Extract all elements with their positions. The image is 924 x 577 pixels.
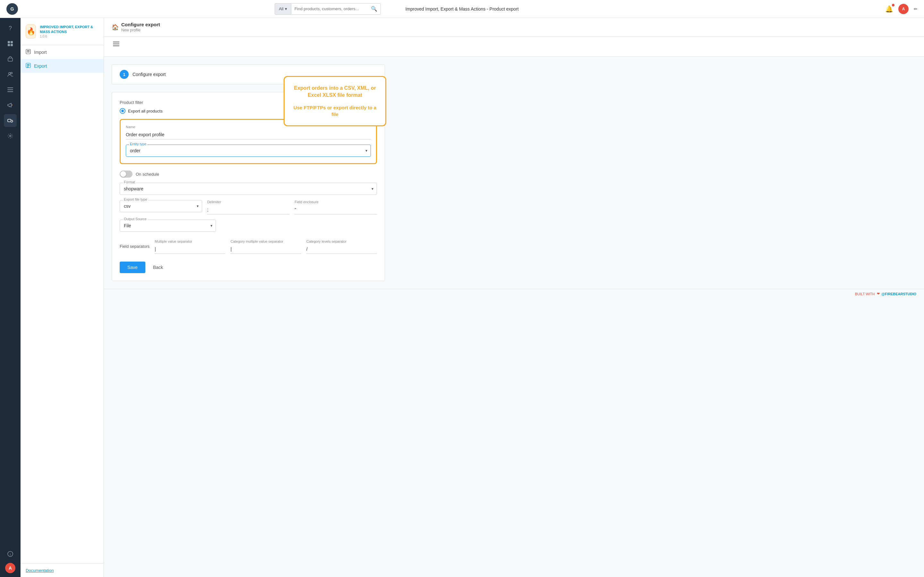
output-source-label: Output Source [123, 217, 148, 221]
breadcrumb-subtitle: New profile [121, 28, 160, 32]
step-circle: 1 [120, 70, 129, 79]
field-enclosure-input[interactable] [294, 205, 377, 214]
main-layout: ? [0, 18, 924, 577]
search-icon[interactable]: 🔍 [371, 6, 377, 12]
svg-rect-11 [7, 91, 13, 92]
hamburger-menu[interactable] [111, 40, 916, 47]
svg-rect-22 [27, 67, 29, 67]
entity-type-select[interactable]: order product customer invoice [126, 145, 371, 156]
svg-rect-21 [27, 65, 29, 66]
on-schedule-row: On schedule [120, 171, 377, 177]
nav-item-import[interactable]: Import [21, 45, 103, 59]
entity-type-select-wrapper: Entity type order product customer invoi… [126, 145, 371, 157]
edit-icon[interactable]: ✏ [914, 6, 918, 11]
export-file-type-select-box: csv xml xlsx ▾ [120, 200, 202, 212]
left-nav-panel: 🔥 IMPROVED IMPORT, EXPORT & MASS ACTIONS… [21, 18, 104, 577]
sidebar-item-grid[interactable] [4, 37, 17, 50]
documentation-link[interactable]: Documentation [26, 568, 53, 573]
svg-rect-2 [8, 41, 10, 43]
menu-bar [104, 37, 924, 57]
category-multiple-sep-input[interactable] [230, 245, 301, 254]
bag-icon [7, 56, 13, 62]
sidebar-item-megaphone[interactable] [4, 99, 17, 111]
category-levels-sep-field: Category levels separator [306, 239, 377, 254]
output-source-wrapper: Output Source File FTP FTPS ▾ [120, 219, 216, 232]
gear-icon [7, 133, 13, 139]
export-file-type-wrapper: Export file type csv xml xlsx ▾ [120, 200, 202, 212]
top-bar: G All ▾ 🔍 Improved Import, Export & Mass… [0, 0, 924, 18]
user-sidebar-avatar[interactable]: A [5, 563, 15, 573]
svg-point-8 [11, 73, 13, 74]
notification-icon[interactable]: 🔔 [885, 5, 893, 13]
on-schedule-label: On schedule [136, 172, 159, 177]
svg-rect-6 [8, 58, 13, 61]
sidebar-item-info[interactable]: i [4, 548, 17, 560]
svg-rect-5 [11, 44, 13, 46]
search-container: All ▾ 🔍 [275, 3, 381, 15]
sidebar-item-help[interactable]: ? [4, 22, 17, 35]
save-button[interactable]: Save [120, 261, 145, 273]
hamburger-line-3 [113, 45, 120, 46]
delimiter-input[interactable] [207, 205, 290, 214]
users-icon [7, 71, 13, 77]
format-field-group: Format shopware ▾ [120, 183, 377, 195]
svg-rect-4 [8, 44, 10, 46]
sidebar-item-users[interactable] [4, 68, 17, 81]
nav-import-label: Import [34, 50, 47, 55]
category-levels-sep-input[interactable] [306, 245, 377, 254]
delimiter-label: Delimiter [207, 200, 290, 204]
multiple-value-sep-field: Multiple value separator [155, 239, 225, 254]
on-schedule-toggle[interactable] [120, 171, 132, 177]
promo-box: Export orders into a CSV, XML, or Excel … [284, 76, 386, 126]
svg-rect-17 [27, 50, 29, 51]
content-area: 1 Configure export Product filter Export… [104, 57, 393, 289]
format-select-box: shopware ▾ [120, 183, 377, 195]
nav-bottom: Documentation [21, 563, 103, 577]
search-all-button[interactable]: All ▾ [275, 3, 291, 15]
plugin-icon [7, 118, 13, 123]
sidebar-item-bag[interactable] [4, 53, 17, 65]
name-input[interactable] [126, 130, 371, 139]
step-label: Configure export [132, 72, 166, 77]
svg-rect-10 [7, 89, 13, 90]
nav-item-export[interactable]: Export [21, 59, 103, 73]
name-field-group: Name [126, 125, 371, 139]
back-button[interactable]: Back [149, 261, 167, 273]
svg-rect-18 [27, 52, 29, 52]
list-icon [7, 87, 13, 92]
output-source-select[interactable]: File FTP FTPS [120, 220, 216, 231]
field-separators-label: Field separators [120, 244, 150, 251]
svg-rect-9 [7, 87, 13, 88]
footer-built-with: BUILT WITH [855, 292, 875, 296]
breadcrumb-bar: 🏠 Configure export New profile [104, 18, 924, 37]
format-label: Format [123, 180, 136, 184]
footer-bar: BUILT WITH ❤ @FIREBEARSTUDIO [104, 289, 924, 298]
svg-rect-3 [11, 41, 13, 43]
user-avatar[interactable]: A [898, 4, 909, 14]
hamburger-line-2 [113, 44, 120, 44]
export-icon [26, 63, 31, 69]
breadcrumb-title: Configure export [121, 22, 160, 27]
field-separators-section: Field separators Multiple value separato… [120, 239, 377, 254]
radio-export-all[interactable] [120, 108, 126, 114]
sidebar-item-plugin[interactable] [4, 114, 17, 127]
sidebar-item-list[interactable] [4, 83, 17, 96]
format-select[interactable]: shopware [120, 183, 376, 195]
entity-type-label: Entity type [129, 142, 147, 146]
output-source-select-box: File FTP FTPS ▾ [120, 219, 216, 232]
page-title: Improved Import, Export & Mass Actions -… [405, 6, 519, 11]
svg-text:i: i [10, 552, 11, 556]
nav-export-label: Export [34, 63, 47, 69]
app-logo[interactable]: G [6, 3, 18, 15]
promo-text-2: Use FTP/FTPs or export directly to a fil… [291, 104, 379, 118]
multiple-value-sep-input[interactable] [155, 245, 225, 254]
plugin-version: 1.0.6 [40, 35, 99, 38]
export-file-type-label: Export file type [123, 197, 148, 201]
sidebar-item-gear[interactable] [4, 129, 17, 142]
footer-heart-icon: ❤ [877, 292, 880, 296]
megaphone-icon [7, 102, 13, 108]
export-file-type-select[interactable]: csv xml xlsx [120, 200, 202, 212]
footer-brand-link[interactable]: @FIREBEARSTUDIO [881, 292, 916, 296]
search-input[interactable] [294, 6, 371, 11]
import-icon [26, 49, 31, 55]
